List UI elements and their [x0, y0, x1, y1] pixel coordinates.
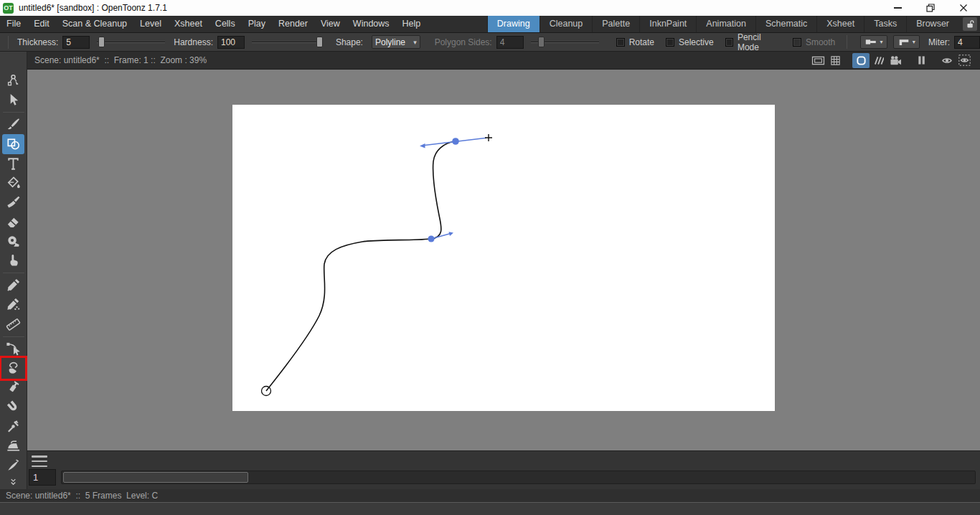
room-tab-animation[interactable]: Animation [696, 16, 755, 32]
control-point[interactable] [428, 235, 434, 242]
menu-file[interactable]: File [0, 16, 27, 32]
polygon-sides-input [496, 36, 524, 49]
tool-eraser[interactable] [2, 212, 24, 232]
field-guide-icon[interactable] [826, 53, 844, 68]
preview-icon[interactable] [938, 53, 956, 68]
thickness-slider-handle[interactable] [98, 37, 105, 47]
tool-finger[interactable] [2, 251, 24, 270]
sub-camera-preview-icon[interactable] [956, 53, 973, 68]
tool-style-picker[interactable] [2, 275, 24, 295]
tool-selection[interactable] [2, 90, 24, 110]
tool-rgb-picker[interactable] [2, 295, 24, 314]
selective-checkbox[interactable] [666, 38, 674, 47]
hardness-slider-handle[interactable] [316, 37, 323, 47]
cap-style-button[interactable]: ▾ [860, 35, 887, 49]
toolbar-panel [0, 52, 27, 489]
type-icon [5, 156, 22, 172]
tool-fill[interactable] [2, 174, 24, 193]
join-style-icon [897, 38, 910, 46]
menu-xsheet[interactable]: Xsheet [168, 16, 209, 32]
frame-scrollbar-handle[interactable] [63, 472, 248, 483]
rgb-picker-icon [5, 296, 22, 313]
join-style-button[interactable]: ▾ [893, 35, 920, 49]
vector-stroke-layer [27, 70, 980, 450]
iron-icon [5, 438, 22, 454]
selective-checkbox-group[interactable]: Selective [666, 37, 714, 47]
rotate-checkbox[interactable] [616, 38, 625, 47]
close-button[interactable] [947, 0, 980, 16]
thickness-input[interactable] [62, 36, 90, 49]
shape-label: Shape: [336, 37, 363, 47]
tool-ruler[interactable] [2, 315, 24, 334]
rotate-checkbox-group[interactable]: Rotate [616, 37, 654, 47]
camera-view-icon[interactable] [887, 53, 904, 68]
frame-scrollbar[interactable] [61, 471, 976, 484]
tool-tape[interactable] [2, 232, 24, 251]
safe-area-icon[interactable] [809, 53, 826, 68]
pencil-mode-checkbox[interactable] [725, 38, 733, 47]
room-tab-xsheet[interactable]: Xsheet [816, 16, 864, 32]
paint-brush-icon [5, 194, 22, 211]
cutter-icon [5, 457, 22, 473]
tool-pinch[interactable] [2, 359, 24, 378]
tool-more-tools[interactable] [2, 476, 24, 489]
shape-dropdown[interactable]: Polyline ▾ [372, 35, 420, 49]
tool-control-point-editor[interactable] [2, 339, 24, 359]
room-tab-tasks[interactable]: Tasks [864, 16, 906, 32]
flip-console [27, 450, 980, 489]
room-tab-palette[interactable]: Palette [592, 16, 639, 32]
pencil-mode-label: Pencil Mode [738, 32, 781, 52]
room-tab-drawing[interactable]: Drawing [487, 16, 540, 32]
tool-cutter[interactable] [2, 455, 24, 475]
menu-help[interactable]: Help [396, 16, 428, 32]
menu-windows[interactable]: Windows [347, 16, 396, 32]
menu-scan-cleanup[interactable]: Scan & Cleanup [56, 16, 133, 32]
room-tab-cleanup[interactable]: Cleanup [540, 16, 593, 32]
pencil-mode-checkbox-group[interactable]: Pencil Mode [725, 32, 781, 52]
viewer-titlebar[interactable]: Scene: untitled6* :: Frame: 1 :: Zoom : … [27, 52, 980, 70]
tool-pump[interactable] [2, 378, 24, 397]
control-point[interactable] [452, 138, 459, 145]
hardness-slider[interactable] [252, 36, 320, 49]
menubar: File Edit Scan & Cleanup Level Xsheet Ce… [0, 16, 980, 33]
pinch-icon [5, 360, 22, 377]
3d-view-icon[interactable] [870, 53, 887, 68]
tool-geometric[interactable] [2, 134, 24, 153]
menu-edit[interactable]: Edit [27, 16, 56, 32]
tool-paint-brush[interactable] [2, 193, 24, 212]
freeze-icon[interactable] [913, 53, 930, 68]
thickness-slider[interactable] [97, 36, 165, 49]
console-menu-button[interactable] [32, 455, 47, 467]
tool-animate[interactable] [2, 71, 24, 90]
viewer-workspace[interactable] [27, 70, 980, 450]
tool-iron[interactable] [2, 436, 24, 455]
menu-play[interactable]: Play [242, 16, 272, 32]
menu-view[interactable]: View [314, 16, 347, 32]
miter-label: Miter: [928, 37, 950, 47]
chevron-down-icon: ▾ [413, 39, 417, 46]
toolbar-separator [3, 112, 24, 113]
room-tab-browser[interactable]: Browser [906, 16, 958, 32]
polygon-sides-slider [531, 36, 599, 49]
camera-stand-view-icon[interactable] [852, 53, 870, 68]
room-tab-inknpaint[interactable]: InknPaint [639, 16, 696, 32]
menu-cells[interactable]: Cells [209, 16, 242, 32]
chevron-down-icon: ▾ [880, 39, 882, 45]
miter-input[interactable] [954, 36, 980, 49]
rotate-label: Rotate [629, 37, 654, 47]
lock-rooms-button[interactable] [963, 17, 977, 31]
restore-button[interactable] [914, 0, 947, 16]
menu-level[interactable]: Level [133, 16, 168, 32]
minimize-button[interactable] [881, 0, 914, 16]
tool-bender[interactable] [2, 417, 24, 436]
style-picker-icon [5, 277, 22, 293]
tool-brush[interactable] [2, 115, 24, 134]
room-tab-schematic[interactable]: Schematic [755, 16, 816, 32]
tool-type[interactable] [2, 154, 24, 174]
current-frame-input[interactable] [29, 469, 56, 486]
menu-render[interactable]: Render [272, 16, 314, 32]
selection-icon [5, 92, 22, 108]
options-separator [847, 35, 847, 49]
hardness-input[interactable] [217, 36, 245, 49]
tool-magnet[interactable] [2, 397, 24, 417]
